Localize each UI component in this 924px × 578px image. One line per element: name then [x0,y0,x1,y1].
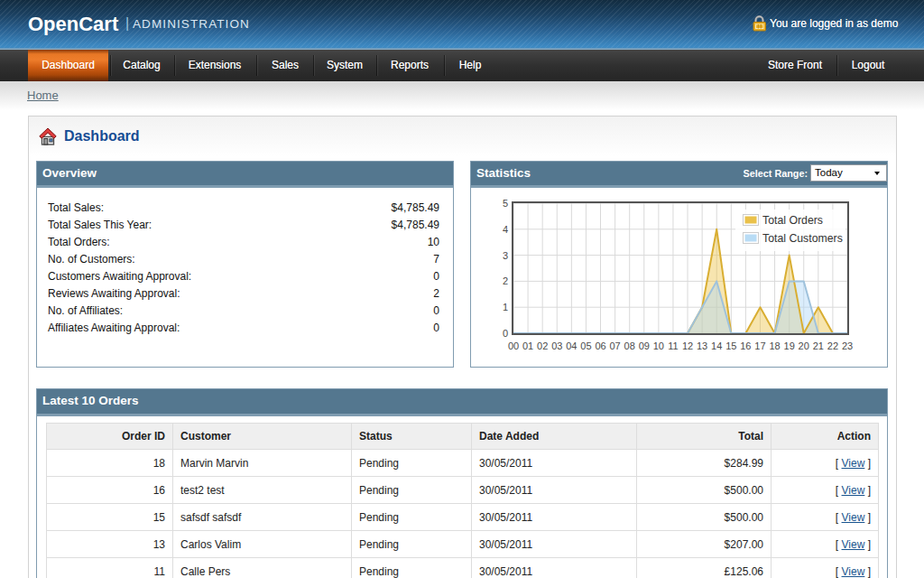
svg-text:03: 03 [551,340,562,351]
svg-text:4: 4 [503,224,508,235]
svg-text:05: 05 [580,340,591,351]
svg-text:12: 12 [682,340,693,351]
svg-text:1: 1 [503,302,508,312]
svg-text:21: 21 [813,340,824,351]
svg-text:18: 18 [769,340,780,351]
svg-text:23: 23 [842,340,853,351]
svg-text:5: 5 [503,198,508,209]
svg-text:10: 10 [653,340,664,351]
svg-text:07: 07 [609,340,620,351]
svg-text:08: 08 [624,340,635,351]
svg-text:2: 2 [503,275,508,286]
svg-text:14: 14 [711,340,722,351]
svg-text:11: 11 [668,340,678,351]
svg-text:Total Customers: Total Customers [762,232,843,245]
svg-text:09: 09 [639,340,650,351]
svg-text:04: 04 [566,340,577,351]
svg-text:17: 17 [754,340,765,351]
svg-text:06: 06 [595,340,605,351]
svg-text:3: 3 [503,250,508,261]
svg-text:0: 0 [503,328,508,339]
svg-text:15: 15 [725,340,736,351]
svg-text:20: 20 [799,340,809,351]
svg-text:02: 02 [537,340,548,351]
svg-text:16: 16 [740,340,751,351]
svg-text:Total Orders: Total Orders [762,214,823,227]
svg-text:19: 19 [784,340,795,351]
svg-text:22: 22 [827,340,838,351]
svg-text:00: 00 [508,340,519,351]
svg-text:01: 01 [522,340,533,351]
svg-text:13: 13 [697,340,707,351]
